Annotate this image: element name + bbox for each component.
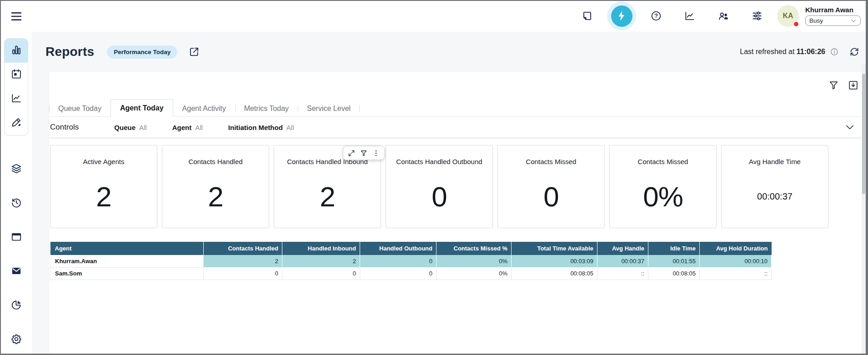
filter-value: All: [195, 124, 203, 131]
download-icon[interactable]: [848, 80, 859, 91]
topbar-right: ? KA Khurram Awan Busy: [581, 0, 861, 32]
metrics-icon[interactable]: [683, 10, 696, 22]
sidebar-primary-group: [4, 38, 28, 135]
metric-card-avg-handle-time[interactable]: Avg Handle Time00:00:37: [721, 145, 828, 228]
avatar-initials: KA: [783, 12, 793, 20]
bar-chart-icon: [10, 44, 22, 58]
calendar-icon: [10, 68, 22, 82]
scrollbar-thumb[interactable]: [862, 74, 865, 194]
agent-table: AgentContacts HandledHandled InboundHand…: [50, 242, 772, 280]
filter-icon[interactable]: [360, 149, 368, 157]
controls-bar: Controls QueueAllAgentAllInitiation Meth…: [49, 117, 867, 138]
kebab-icon[interactable]: [372, 149, 380, 157]
agent-table-wrap: AgentContacts HandledHandled InboundHand…: [50, 242, 772, 280]
cell-value: 00:01:55: [648, 255, 700, 267]
bolt-icon[interactable]: [607, 1, 636, 30]
user-name: Khurram Awan: [805, 6, 861, 14]
sidebar-item-layers[interactable]: [4, 157, 28, 181]
sidebar-item-calendar[interactable]: [5, 63, 28, 87]
note-icon[interactable]: [581, 10, 593, 22]
users-icon[interactable]: [717, 10, 730, 22]
expand-icon[interactable]: [347, 149, 356, 157]
column-header-avg-handle: Avg Handle: [597, 242, 648, 255]
cell-value: 00:08:05: [512, 267, 597, 280]
metric-card-title: Contacts Missed: [526, 158, 577, 165]
help-icon[interactable]: ?: [650, 10, 662, 22]
cell-value: ::: [597, 267, 648, 280]
sliders-icon[interactable]: [751, 10, 763, 22]
pie-chart-icon: [10, 299, 22, 313]
status-select[interactable]: Busy: [805, 15, 861, 26]
cell-agent: Sam.Som: [50, 267, 204, 280]
sidebar-item-design[interactable]: [5, 111, 28, 135]
column-header-agent: Agent: [50, 242, 204, 255]
cell-value: 00:03:09: [512, 255, 597, 267]
cell-value: 2: [204, 255, 282, 267]
window-icon: [10, 231, 22, 245]
column-header-idle-time: Idle Time: [648, 242, 700, 255]
controls-title: Controls: [50, 123, 79, 132]
tab-agent-activity[interactable]: Agent Activity: [173, 101, 235, 116]
app-window: ? KA Khurram Awan Busy Re: [0, 0, 868, 355]
design-icon: [10, 116, 22, 130]
card-hover-toolbar: [343, 146, 385, 160]
external-link-icon[interactable]: [188, 46, 200, 58]
column-header-handled-outbound: Handled Outbound: [360, 242, 437, 255]
cell-value: 0: [360, 255, 437, 267]
page-title: Reports: [45, 45, 94, 59]
column-header-handled-inbound: Handled Inbound: [282, 242, 360, 255]
filter-initiation-method[interactable]: Initiation MethodAll: [228, 124, 294, 131]
column-header-contacts-handled: Contacts Handled: [204, 242, 282, 255]
filter-agent[interactable]: AgentAll: [172, 124, 203, 131]
cell-agent: Khurram.Awan: [50, 255, 204, 267]
sidebar-item-line-chart[interactable]: [5, 87, 28, 111]
metric-card-contacts-handled-outbound[interactable]: Contacts Handled Outbound0: [386, 145, 493, 228]
sidebar-item-window[interactable]: [4, 225, 28, 250]
tab-service-level[interactable]: Service Level: [298, 101, 360, 116]
filter-label: Agent: [172, 124, 192, 131]
metric-card-contacts-missed[interactable]: Contacts Missed0%: [609, 145, 717, 228]
metric-card-contacts-handled[interactable]: Contacts Handled2: [162, 145, 269, 228]
info-icon[interactable]: [830, 47, 839, 56]
bolt-icon-circle: [611, 5, 632, 27]
scrollbar[interactable]: [862, 64, 866, 354]
column-header-contacts-missed-: Contacts Missed %: [437, 242, 512, 255]
column-header-avg-hold-duration: Avg Hold Duration: [700, 242, 772, 255]
cell-value: 0%: [437, 255, 512, 267]
table-row-khurram-awan[interactable]: Khurram.Awan2200%00:03:0900:00:3700:01:5…: [50, 255, 772, 267]
sidebar-item-history[interactable]: [4, 191, 28, 215]
metric-card-active-agents[interactable]: Active Agents2: [50, 145, 157, 228]
tab-metrics-today[interactable]: Metrics Today: [235, 101, 298, 116]
metric-card-value: 2: [208, 165, 223, 228]
filter-label: Queue: [114, 124, 135, 131]
cell-value: 00:08:05: [648, 267, 700, 280]
cell-value: ::: [700, 267, 772, 280]
cell-value: 0: [282, 267, 360, 280]
user-meta: Khurram Awan Busy: [805, 6, 861, 26]
refresh-icon[interactable]: [849, 46, 860, 57]
gear-icon: [10, 333, 22, 347]
sidebar-item-bar-chart[interactable]: [5, 39, 28, 63]
report-badge: Performance Today: [107, 45, 177, 59]
filter-queue[interactable]: QueueAll: [114, 124, 146, 131]
metric-card-title: Avg Handle Time: [749, 158, 801, 165]
metric-card-contacts-missed[interactable]: Contacts Missed0: [497, 145, 605, 228]
chevron-down-icon[interactable]: [844, 122, 855, 133]
tab-agent-today[interactable]: Agent Today: [110, 99, 173, 117]
panel-tools: [828, 80, 859, 91]
sidebar-item-pie-chart[interactable]: [4, 294, 28, 318]
avatar[interactable]: KA: [777, 5, 799, 27]
hamburger-menu-icon[interactable]: [10, 10, 23, 22]
cell-value: 0%: [437, 267, 512, 280]
table-row-sam-som[interactable]: Sam.Som0000%00:08:05::00:08:05::: [50, 267, 772, 280]
svg-text:?: ?: [654, 13, 658, 19]
metric-card-value: 00:00:37: [757, 165, 793, 228]
metric-card-value: 0: [543, 165, 558, 228]
metric-card-title: Contacts Missed: [638, 158, 688, 165]
cell-value: 2: [282, 255, 360, 267]
cell-value: 0: [204, 267, 282, 280]
sidebar-item-mail[interactable]: [4, 260, 28, 284]
tab-queue-today[interactable]: Queue Today: [49, 101, 110, 116]
sidebar-item-gear[interactable]: [4, 328, 28, 352]
filter-icon[interactable]: [828, 80, 839, 91]
